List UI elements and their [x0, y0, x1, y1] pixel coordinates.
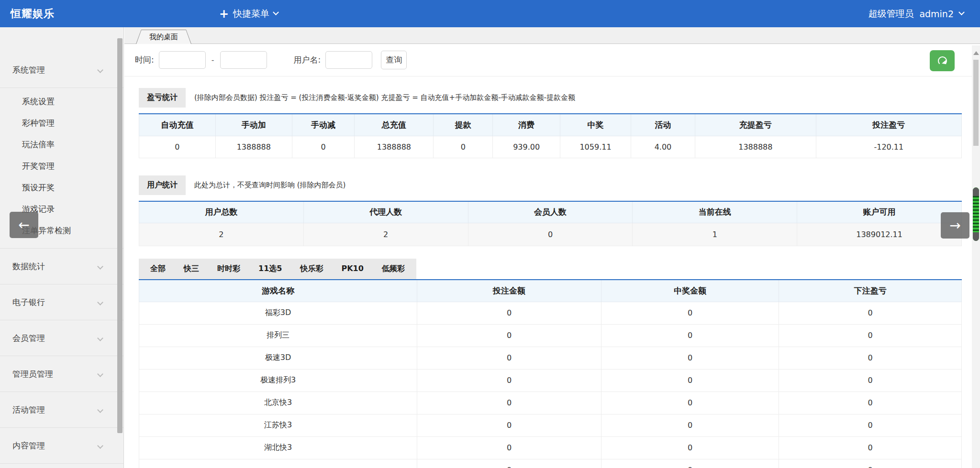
sidebar-group-电子银行[interactable]: 电子银行	[0, 284, 123, 320]
table-row: 北京快3000	[139, 392, 962, 414]
column-header: 下注盈亏	[779, 280, 962, 302]
value-cell: 4.00	[631, 136, 695, 158]
sidebar-group-运维管理[interactable]: 运维管理	[0, 464, 123, 468]
value-cell: 0	[417, 324, 601, 347]
tab-label: 我的桌面	[136, 30, 191, 44]
dashboard-content: 盈亏统计 (排除内部会员数据) 投注盈亏 = (投注消费金额-返奖金额) 充提盈…	[124, 88, 980, 468]
value-cell: 0	[417, 369, 601, 392]
scrollbar-up-arrow-icon[interactable]	[973, 51, 979, 55]
user-section-note: 此处为总计，不受查询时间影响 (排除内部会员)	[194, 181, 345, 190]
main-scrollbar[interactable]	[972, 45, 980, 468]
table-row: 江苏快3000	[139, 414, 962, 436]
search-button[interactable]: 查询	[381, 51, 407, 69]
sidebar-group-管理员管理[interactable]: 管理员管理	[0, 356, 123, 392]
game-filter-tab-快三[interactable]: 快三	[184, 264, 199, 274]
username-label: 用户名:	[294, 54, 321, 65]
time-from-input[interactable]	[159, 51, 206, 69]
scroll-position-indicator[interactable]	[973, 187, 979, 241]
column-header: 手动加	[215, 114, 292, 136]
game-filter-tab-PK10[interactable]: PK10	[341, 264, 363, 274]
filter-toolbar: 时间: - 用户名: 查询	[124, 44, 980, 76]
sidebar-group-内容管理[interactable]: 内容管理	[0, 428, 123, 464]
value-cell: 1389012.11	[797, 223, 962, 246]
column-header: 提款	[434, 114, 493, 136]
tab-my-desktop[interactable]: 我的桌面	[136, 30, 191, 44]
game-filter-tab-低频彩[interactable]: 低频彩	[382, 264, 405, 274]
row-label-cell	[139, 459, 417, 468]
table-row: 22011389012.11	[139, 223, 962, 246]
game-filter-tab-11选5[interactable]: 11选5	[258, 264, 282, 274]
quick-menu-button[interactable]: + 快捷菜单	[219, 0, 278, 27]
user-section-title: 用户统计	[139, 175, 186, 195]
column-header: 手动减	[292, 114, 355, 136]
value-cell: 0	[779, 414, 962, 436]
row-label-cell: 福彩3D	[139, 302, 417, 324]
time-to-input[interactable]	[220, 51, 267, 69]
quick-menu-label: 快捷菜单	[233, 8, 269, 20]
sidebar-group-系统管理[interactable]: 系统管理	[0, 52, 123, 88]
row-label-cell: 0	[139, 136, 216, 158]
row-label-cell: 江苏快3	[139, 414, 417, 436]
admin-dashboard: 恒耀娱乐 + 快捷菜单 超级管理员 admin2 系统管理系统设置彩种管理玩法倍…	[0, 0, 980, 468]
sidebar-item-预设开奖[interactable]: 预设开奖	[0, 177, 123, 198]
value-cell: 0	[601, 414, 779, 436]
table-row: 极速排列3000	[139, 369, 962, 392]
game-filter-tab-时时彩[interactable]: 时时彩	[217, 264, 240, 274]
value-cell: 0	[779, 369, 962, 392]
username-input[interactable]	[325, 51, 372, 69]
value-cell: 0	[601, 392, 779, 414]
main-scrollbar-thumb[interactable]	[973, 60, 979, 146]
scroll-left-button[interactable]: ←	[10, 212, 38, 238]
table-row: 湖北快3000	[139, 436, 962, 459]
column-header: 活动	[631, 114, 695, 136]
user-menu-button[interactable]: 超级管理员 admin2	[868, 0, 964, 27]
value-cell: 0	[434, 136, 493, 158]
value-cell: 0	[779, 392, 962, 414]
chevron-down-icon	[97, 263, 103, 270]
profit-section-header: 盈亏统计 (排除内部会员数据) 投注盈亏 = (投注消费金额-返奖金额) 充提盈…	[139, 88, 980, 108]
sidebar-nav: 系统管理系统设置彩种管理玩法倍率开奖管理预设开奖游戏记录注单异常检测数据统计电子…	[0, 27, 124, 468]
value-cell: 0	[417, 436, 601, 459]
scroll-right-button[interactable]: →	[941, 212, 969, 239]
user-section-header: 用户统计 此处为总计，不受查询时间影响 (排除内部会员)	[139, 175, 980, 195]
sidebar-group-会员管理[interactable]: 会员管理	[0, 320, 123, 356]
table-row: 排列三000	[139, 324, 962, 347]
value-cell: 0	[468, 223, 633, 246]
main-panel: 我的桌面 时间: - 用户名: 查询 盈亏统计 (排除内部会员数据) 投注盈亏 …	[124, 27, 980, 468]
sidebar-item-彩种管理[interactable]: 彩种管理	[0, 112, 123, 134]
value-cell: 0	[292, 136, 355, 158]
value-cell: -120.11	[816, 136, 961, 158]
game-filter-tab-全部[interactable]: 全部	[150, 264, 166, 274]
sidebar-item-系统设置[interactable]: 系统设置	[0, 91, 123, 112]
profit-stats-table: 自动充值手动加手动减总充值提款消费中奖活动充提盈亏投注盈亏01388888013…	[139, 113, 962, 158]
column-header: 中奖金额	[601, 280, 779, 302]
row-label-cell: 2	[139, 223, 304, 246]
row-label-cell: 极速排列3	[139, 369, 417, 392]
value-cell: 0	[601, 347, 779, 369]
chevron-down-icon	[97, 299, 103, 305]
sidebar-group-label: 电子银行	[12, 297, 45, 308]
table-row: 极速3D000	[139, 347, 962, 369]
value-cell: 0	[779, 324, 962, 347]
sidebar-group-数据统计[interactable]: 数据统计	[0, 249, 123, 284]
sidebar-scrollbar-thumb[interactable]	[117, 38, 122, 433]
chevron-down-icon	[97, 335, 103, 341]
game-filter-tab-快乐彩[interactable]: 快乐彩	[300, 264, 323, 274]
sidebar-group-label: 内容管理	[12, 440, 45, 451]
column-header: 充提盈亏	[695, 114, 816, 136]
sidebar-group-活动管理[interactable]: 活动管理	[0, 392, 123, 428]
value-cell: 1059.11	[560, 136, 631, 158]
sidebar-item-玩法倍率[interactable]: 玩法倍率	[0, 134, 123, 155]
chevron-down-icon	[97, 67, 103, 73]
value-cell: 0	[417, 347, 601, 369]
time-label: 时间:	[135, 54, 154, 65]
sidebar-group-label: 管理员管理	[12, 369, 53, 380]
chevron-down-icon	[273, 9, 279, 15]
chevron-down-icon	[958, 9, 965, 15]
column-header: 会员人数	[468, 201, 633, 223]
refresh-button[interactable]	[930, 50, 955, 71]
column-header: 投注金额	[417, 280, 601, 302]
sidebar-item-开奖管理[interactable]: 开奖管理	[0, 155, 123, 177]
sidebar-group-label: 系统管理	[12, 65, 45, 76]
game-stats-table: 游戏名称投注金额中奖金额下注盈亏福彩3D000排列三000极速3D000极速排列…	[139, 279, 962, 468]
